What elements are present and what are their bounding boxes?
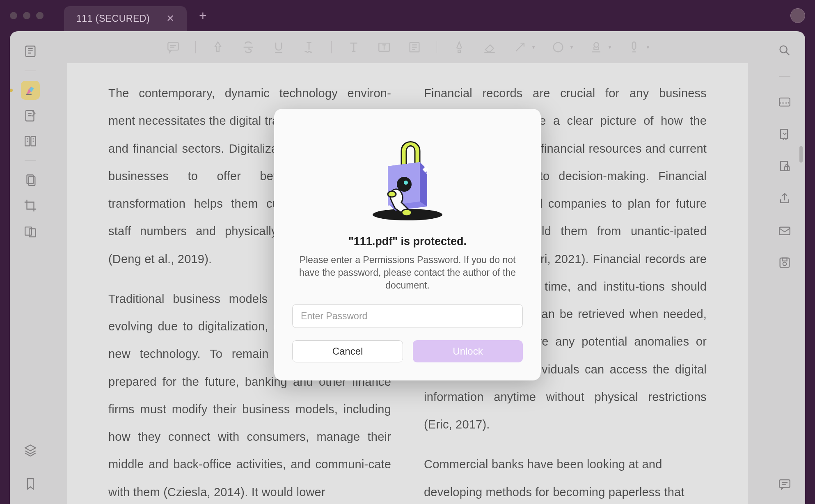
svg-point-12 xyxy=(553,43,563,52)
svg-point-31 xyxy=(388,191,396,197)
chat-icon[interactable] xyxy=(775,474,794,493)
dialog-buttons: Cancel Unlock xyxy=(292,340,523,362)
share-icon[interactable] xyxy=(775,189,794,208)
close-window[interactable] xyxy=(10,12,17,19)
dropdown-caret-icon[interactable]: ▼ xyxy=(570,45,574,50)
svg-rect-8 xyxy=(29,229,36,237)
pen-icon[interactable] xyxy=(451,39,467,55)
text-tool-icon[interactable] xyxy=(346,39,362,55)
tab-title: 111 (SECURED) xyxy=(76,13,150,24)
svg-point-14 xyxy=(780,46,787,53)
window-controls xyxy=(10,12,43,19)
toolbar-separator xyxy=(195,41,196,53)
toolbar: ▼ ▼ ▼ ▼ xyxy=(51,31,764,63)
sidebar-divider xyxy=(779,76,790,77)
dialog-message: Please enter a Permissions Password. If … xyxy=(292,254,523,292)
stamp-icon[interactable] xyxy=(588,39,604,55)
comment-icon[interactable] xyxy=(165,39,181,55)
svg-point-13 xyxy=(594,43,598,47)
highlighter-icon[interactable] xyxy=(21,81,40,100)
note-icon[interactable] xyxy=(406,39,423,55)
unlock-button[interactable]: Unlock xyxy=(413,340,523,362)
highlight-tool-icon[interactable] xyxy=(210,39,226,55)
dropdown-caret-icon[interactable]: ▼ xyxy=(646,45,650,50)
reader-icon[interactable] xyxy=(21,132,40,151)
svg-rect-7 xyxy=(25,227,32,235)
toolbar-separator xyxy=(331,41,332,53)
svg-text:OCR: OCR xyxy=(780,101,789,105)
dropdown-caret-icon[interactable]: ▼ xyxy=(531,45,536,50)
new-tab-button[interactable]: + xyxy=(199,8,207,23)
paragraph: Commercial banks have been looking at an… xyxy=(424,451,707,504)
eraser-icon[interactable] xyxy=(481,39,498,55)
scrollbar-thumb[interactable] xyxy=(799,146,803,163)
pages-icon[interactable] xyxy=(21,171,40,190)
svg-rect-1 xyxy=(26,94,32,95)
crop-icon[interactable] xyxy=(21,196,40,215)
ocr-icon[interactable]: OCR xyxy=(775,93,794,112)
svg-rect-19 xyxy=(785,167,789,171)
svg-rect-24 xyxy=(779,480,790,487)
svg-rect-0 xyxy=(26,46,35,57)
sidebar-divider xyxy=(25,160,36,161)
svg-rect-20 xyxy=(779,227,790,235)
sidebar-divider xyxy=(25,71,36,71)
mail-icon[interactable] xyxy=(775,221,794,240)
compare-icon[interactable] xyxy=(21,222,40,241)
cancel-button[interactable]: Cancel xyxy=(292,340,403,362)
dialog-title: "111.pdf" is protected. xyxy=(292,235,523,248)
svg-point-22 xyxy=(783,262,787,266)
close-tab-icon[interactable]: ✕ xyxy=(166,13,174,24)
maximize-window[interactable] xyxy=(36,12,43,19)
minimize-window[interactable] xyxy=(23,12,30,19)
strikethrough-icon[interactable] xyxy=(240,39,256,55)
svg-point-32 xyxy=(402,209,412,216)
svg-rect-9 xyxy=(168,43,179,50)
toolbar-separator xyxy=(437,41,437,53)
app-body: ▼ ▼ ▼ ▼ The contemporary, dynamic techno… xyxy=(10,31,805,504)
left-sidebar xyxy=(10,31,51,504)
security-icon[interactable] xyxy=(775,157,794,176)
squiggly-icon[interactable] xyxy=(301,39,317,55)
arrow-tool-icon[interactable] xyxy=(512,39,528,55)
svg-point-30 xyxy=(404,181,408,185)
titlebar: 111 (SECURED) ✕ + xyxy=(0,0,815,31)
password-dialog: "111.pdf" is protected. Please enter a P… xyxy=(274,109,541,380)
svg-rect-18 xyxy=(781,161,788,171)
document-tab[interactable]: 111 (SECURED) ✕ xyxy=(64,6,187,31)
svg-rect-23 xyxy=(782,258,787,261)
search-icon[interactable] xyxy=(775,41,794,60)
thumbnails-icon[interactable] xyxy=(21,42,40,61)
password-input[interactable] xyxy=(292,304,523,328)
layers-icon[interactable] xyxy=(21,441,40,460)
shape-tool-icon[interactable] xyxy=(550,39,566,55)
right-sidebar: OCR xyxy=(764,31,805,504)
dropdown-caret-icon[interactable]: ▼ xyxy=(608,45,612,50)
user-avatar[interactable] xyxy=(790,8,805,23)
lock-illustration xyxy=(362,128,453,223)
annotate-icon[interactable] xyxy=(21,106,40,125)
convert-icon[interactable] xyxy=(775,125,794,144)
signature-icon[interactable] xyxy=(626,39,642,55)
underline-icon[interactable] xyxy=(270,39,287,55)
save-icon[interactable] xyxy=(775,253,794,272)
textbox-icon[interactable] xyxy=(376,39,392,55)
bookmark-icon[interactable] xyxy=(21,474,40,493)
